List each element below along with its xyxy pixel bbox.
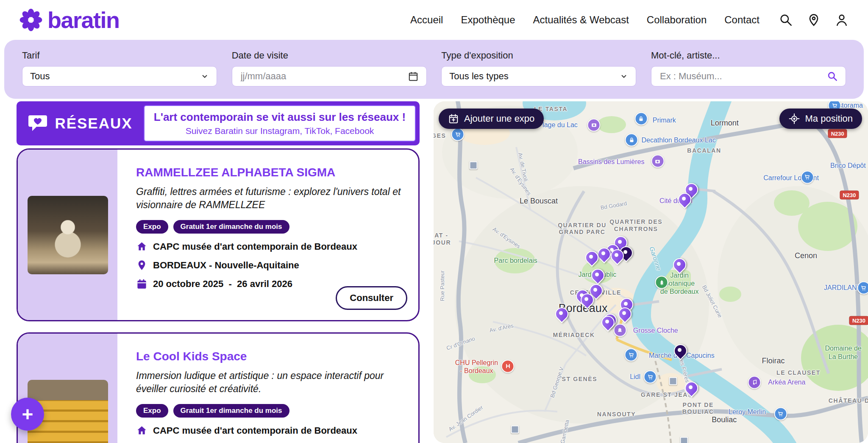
badge-gratuit: Gratuit 1er dimanche du mois [173,220,289,234]
expo-card-body: RAMMELLZEE ALPHABETA SIGMA Graffiti, let… [117,150,418,320]
cart-poi-icon[interactable] [451,128,465,141]
header: baratin Accueil Expothèque Actualités & … [0,0,868,40]
filter-tarif: Tarif Tous [22,50,217,89]
nav-collaboration[interactable]: Collaboration [647,14,707,26]
map-label: Brico Dépôt [830,162,866,170]
add-fab-button[interactable]: + [11,398,44,431]
date-input[interactable] [240,70,408,82]
keyword-label: Mot-clé, artiste... [651,50,846,61]
nav-actualites-webcast[interactable]: Actualités & Webcast [533,14,629,26]
map-label: Le Bouscat [520,197,558,206]
music-poi-icon[interactable] [748,376,761,389]
map-label: Bd George V [549,366,565,398]
map-label: Lidl [630,373,640,381]
venue-icon [136,425,147,436]
brand-flower-icon [19,8,42,31]
search-submit-icon[interactable] [827,71,838,82]
map-label: Cr Gambetta [557,419,570,443]
header-icons [779,13,849,27]
cart-poi-icon[interactable] [644,371,657,384]
cart-poi-icon[interactable] [857,281,868,295]
transit-station-icon[interactable] [680,437,688,443]
keyword-field [651,66,846,86]
filter-keyword: Mot-clé, artiste... [651,50,846,89]
map-label: Leroy Merlin [729,408,766,416]
cart-poi-icon[interactable] [774,407,787,421]
map-label: Decathlon Bordeaux Lac [641,136,715,144]
expo-card-media [18,150,117,320]
map-label: Parc bordelais [494,257,537,265]
location-row: BORDEAUX - Nouvelle-Aquitaine [136,259,406,271]
map-label: Av. d'Eysines [491,226,522,250]
keyword-input[interactable] [659,70,827,82]
badge-row: Expo Gratuit 1er dimanche du mois [136,404,406,418]
add-expo-button[interactable]: Ajouter une expo [439,109,544,129]
map-label: Lormont [711,119,739,128]
banner-subtitle: Suivez Baratin sur Instagram, TikTok, Fa… [186,126,374,136]
map-label: NANSOUTY [597,411,636,418]
type-select[interactable]: Tous les types [441,66,636,86]
filter-type: Type d'exposition Tous les types [441,50,636,89]
map[interactable]: LE TASTABACALANQUARTIER DUGRAND PARCQUAR… [434,101,868,443]
map-label: LE CLAUSET [776,369,821,376]
transit-station-icon[interactable] [511,425,519,433]
geolocation-icon[interactable] [807,13,821,27]
map-label: Av. d'Arès [489,323,514,334]
brand-logo[interactable]: baratin [19,7,120,33]
map-label: MÉRIADECK [553,332,595,339]
badge-expo: Expo [136,220,168,234]
search-icon[interactable] [779,13,793,27]
H-poi-icon[interactable] [501,359,515,373]
expo-title[interactable]: RAMMELLZEE ALPHABETA SIGMA [136,166,406,179]
lock-poi-icon[interactable] [634,112,648,125]
map-label: Grosse Cloche [633,326,678,334]
map-label: Bd Godard [600,200,628,211]
nav-expotheque[interactable]: Expothèque [461,14,515,26]
date-field [232,66,427,86]
expo-description: Graffiti, lettres armées et futurisme : … [136,185,406,212]
road-shield: N230 [828,129,847,138]
location-text: BORDEAUX - Nouvelle-Aquitaine [153,260,299,271]
brand-name: baratin [47,7,120,33]
lock-poi-icon[interactable] [625,134,638,147]
expo-card: Le Cool Kids Space Immersion ludique et … [17,332,420,443]
cart-poi-icon[interactable] [625,348,638,362]
filter-date: Date de visite [232,50,427,89]
nav-accueil[interactable]: Accueil [410,14,443,26]
cart-poi-icon[interactable] [801,170,814,184]
bell-poi-icon[interactable] [613,324,626,337]
map-label: Arkéa Arena [768,379,805,387]
my-position-button[interactable]: Ma position [779,109,862,129]
map-label: CHÂTEAU DU [829,397,868,404]
map-label: PONT DEBOULIAC [682,401,714,416]
map-label: Av. Jean Cordier [447,404,484,433]
tarif-select[interactable]: Tous [22,66,217,86]
date-label: Date de visite [232,50,427,61]
calendar-icon[interactable] [408,71,419,82]
nav-contact[interactable]: Contact [724,14,760,26]
heart-chat-icon [28,114,48,133]
road-shield: N230 [849,316,868,325]
map-label: Cenon [795,251,817,261]
map-label: Bd Joliot Curie [701,284,723,319]
social-banner: RÉSEAUX L'art contemporain se vit aussi … [17,101,420,145]
map-label: Rue Pasteur [439,270,446,301]
transit-station-icon[interactable] [669,377,677,385]
type-label: Type d'exposition [441,50,636,61]
badge-row: Expo Gratuit 1er dimanche du mois [136,220,406,234]
transit-station-icon[interactable] [470,161,478,169]
expo-title[interactable]: Le Cool Kids Space [136,350,406,363]
account-icon[interactable] [835,13,849,27]
consulter-button[interactable]: Consulter [336,286,407,310]
tarif-label: Tarif [22,50,217,61]
type-value: Tous les types [449,71,620,82]
map-label: Garonne [648,245,662,271]
map-label: Av. d'Eysines [509,167,533,197]
filter-bar: Tarif Tous Date de visite Type d'exposit… [4,40,864,99]
map-label: QUARTIER DESCHARTRONS [609,219,662,233]
camera-poi-icon[interactable] [651,155,664,168]
map-label: BACALAN [687,147,721,154]
banner-title: L'art contemporain se vit aussi sur les … [154,111,406,124]
tree-poi-icon[interactable] [655,276,668,289]
camera-poi-icon[interactable] [587,118,601,131]
